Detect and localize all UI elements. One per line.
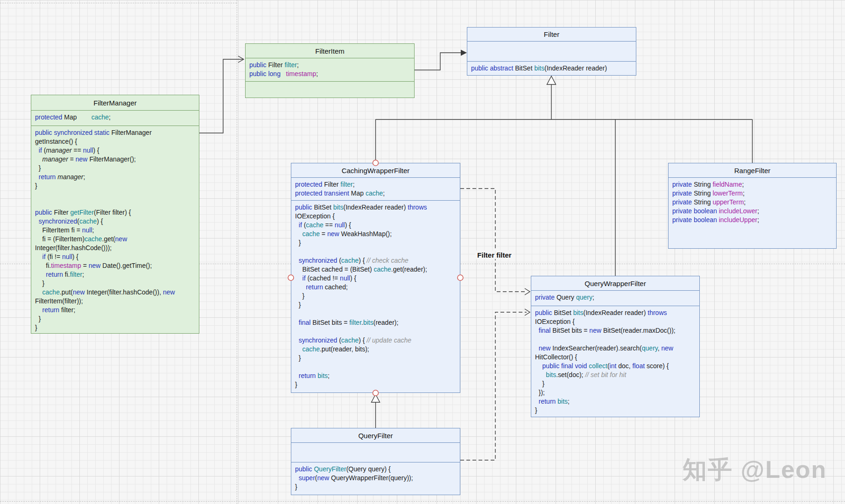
open-arrow-icon bbox=[238, 56, 244, 63]
class-attributes: protected Filter filter;protected transi… bbox=[291, 178, 460, 201]
page-guide-top bbox=[0, 3, 237, 3]
class-title: RangeFilter bbox=[669, 163, 836, 178]
class-attributes: protected Map cache; bbox=[31, 111, 199, 126]
class-box-cachingwrapperfilter[interactable]: CachingWrapperFilter protected Filter fi… bbox=[291, 163, 460, 393]
generalization-triangle-icon bbox=[372, 394, 380, 402]
class-box-querywrapperfilter[interactable]: QueryWrapperFilter private Query query; … bbox=[531, 276, 700, 417]
class-methods: public synchronized static FilterManager… bbox=[31, 126, 199, 333]
class-title: Filter bbox=[467, 28, 636, 42]
class-methods: public BitSet bits(IndexReader reader) t… bbox=[291, 201, 460, 392]
diagram-canvas: FilterManager protected Map cache; publi… bbox=[0, 0, 845, 504]
class-title: QueryFilter bbox=[291, 428, 460, 443]
class-methods: public abstract BitSet bits(IndexReader … bbox=[467, 62, 636, 75]
edge-dashed-queryfilter-querywrapperfilter bbox=[460, 312, 527, 460]
class-box-filteritem[interactable]: FilterItem public Filter filter;public l… bbox=[245, 43, 415, 98]
page-guide-vertical bbox=[237, 0, 237, 504]
page-guide-bottom bbox=[0, 501, 845, 502]
open-arrow-icon bbox=[525, 309, 530, 315]
class-attributes: private Query query; bbox=[531, 291, 699, 306]
watermark: 知乎 @Leon bbox=[683, 454, 827, 486]
class-methods: public QueryFilter(Query query) { super(… bbox=[291, 462, 460, 495]
class-attributes: public Filter filter;public long timesta… bbox=[246, 58, 414, 82]
class-box-filter[interactable]: Filter public abstract BitSet bits(Index… bbox=[467, 27, 636, 76]
class-box-queryfilter[interactable]: QueryFilter public QueryFilter(Query que… bbox=[291, 428, 460, 495]
edge-filteritem-filter bbox=[415, 53, 461, 70]
class-title: FilterItem bbox=[246, 44, 414, 58]
class-box-rangefilter[interactable]: RangeFilter private String fieldName;pri… bbox=[668, 163, 837, 249]
class-title: CachingWrapperFilter bbox=[291, 163, 460, 178]
filled-arrow-icon bbox=[461, 50, 467, 56]
class-attributes bbox=[291, 443, 460, 462]
edge-dashed-cachingwrapperfilter-querywrapperfilter bbox=[460, 189, 527, 292]
class-title: QueryWrapperFilter bbox=[531, 276, 699, 291]
class-attributes bbox=[467, 42, 636, 62]
class-methods: public BitSet bits(IndexReader reader) t… bbox=[531, 306, 699, 417]
class-title: FilterManager bbox=[31, 95, 199, 111]
open-arrow-icon bbox=[525, 288, 530, 295]
class-methods bbox=[246, 82, 414, 98]
class-box-filtermanager[interactable]: FilterManager protected Map cache; publi… bbox=[31, 95, 199, 334]
generalization-triangle-icon bbox=[547, 76, 556, 84]
class-attributes: private String fieldName;private String … bbox=[669, 178, 836, 248]
edge-label-filter-filter: Filter filter bbox=[475, 251, 513, 259]
